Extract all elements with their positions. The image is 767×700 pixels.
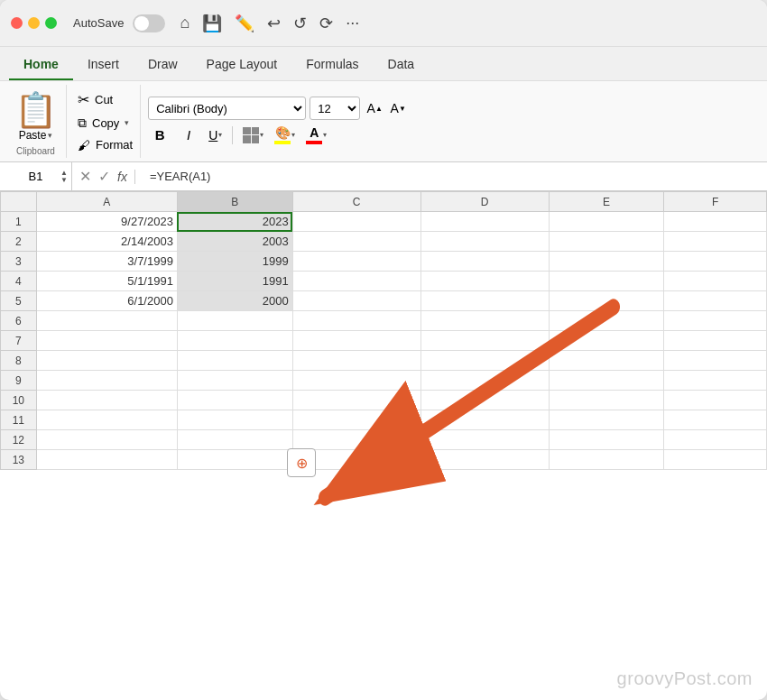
row-header-4[interactable]: 4 (1, 272, 37, 291)
cell-f4[interactable] (664, 272, 767, 291)
cell-a4[interactable]: 5/1/1991 (36, 272, 177, 291)
cell-f8[interactable] (664, 351, 767, 371)
cell-c11[interactable] (292, 410, 420, 430)
confirm-formula-icon[interactable]: ✓ (98, 168, 110, 185)
cell-a2[interactable]: 2/14/2003 (36, 232, 177, 252)
cell-d4[interactable] (420, 272, 549, 291)
cell-c7[interactable] (292, 331, 420, 351)
cell-e8[interactable] (549, 351, 664, 371)
cell-a7[interactable] (36, 331, 177, 351)
cell-b12[interactable] (177, 430, 292, 450)
cell-a9[interactable] (36, 371, 177, 391)
save-icon[interactable]: 💾 (202, 14, 222, 33)
cell-a13[interactable] (36, 450, 177, 470)
font-family-select[interactable]: Calibri (Body) (148, 97, 306, 120)
cell-f12[interactable] (664, 430, 767, 450)
tab-formulas[interactable]: Formulas (291, 51, 373, 80)
bold-button[interactable]: B (148, 124, 171, 146)
redo-icon[interactable]: ↺ (293, 14, 307, 33)
undo-icon[interactable]: ↩ (267, 14, 281, 33)
cell-d9[interactable] (420, 371, 549, 391)
cell-f1[interactable] (664, 212, 767, 232)
cell-c9[interactable] (292, 371, 420, 391)
copy-button[interactable]: ⧉ Copy ▾ (74, 114, 136, 133)
cell-e12[interactable] (549, 430, 664, 450)
cell-b13[interactable] (177, 450, 292, 470)
font-size-select[interactable]: 12 (310, 97, 360, 120)
cell-c8[interactable] (292, 351, 420, 371)
cell-reference-box[interactable]: B1 ▲ ▼ (0, 162, 72, 190)
row-header-1[interactable]: 1 (1, 212, 37, 232)
cell-c3[interactable] (292, 252, 420, 272)
col-header-a[interactable]: A (36, 192, 177, 212)
cell-e1[interactable] (549, 212, 664, 232)
cell-d13[interactable] (420, 450, 549, 470)
cell-c2[interactable] (292, 232, 420, 252)
cell-e2[interactable] (549, 232, 664, 252)
cell-f6[interactable] (664, 311, 767, 331)
cell-f3[interactable] (664, 252, 767, 272)
row-header-12[interactable]: 12 (1, 430, 37, 450)
cell-c12[interactable] (292, 430, 420, 450)
row-header-13[interactable]: 13 (1, 450, 37, 470)
cell-b2[interactable]: 2003 (177, 232, 292, 252)
cell-b8[interactable] (177, 351, 292, 371)
cell-e9[interactable] (549, 371, 664, 391)
cell-b7[interactable] (177, 331, 292, 351)
cell-e11[interactable] (549, 410, 664, 430)
row-header-5[interactable]: 5 (1, 291, 37, 311)
cell-b1[interactable]: 2023 (177, 212, 292, 232)
row-header-3[interactable]: 3 (1, 252, 37, 272)
col-header-e[interactable]: E (549, 192, 664, 212)
cell-f2[interactable] (664, 232, 767, 252)
close-button[interactable] (11, 17, 23, 29)
cell-c5[interactable] (292, 291, 420, 311)
cell-b10[interactable] (177, 391, 292, 410)
fill-color-dropdown-arrow[interactable]: ▾ (291, 131, 295, 139)
cell-e4[interactable] (549, 272, 664, 291)
underline-dropdown-arrow[interactable]: ▾ (218, 131, 222, 139)
cell-a5[interactable]: 6/1/2000 (36, 291, 177, 311)
cell-a10[interactable] (36, 391, 177, 410)
cell-f11[interactable] (664, 410, 767, 430)
cell-d12[interactable] (420, 430, 549, 450)
cell-f5[interactable] (664, 291, 767, 311)
more-icon[interactable]: ··· (346, 14, 359, 32)
cell-d7[interactable] (420, 331, 549, 351)
borders-button[interactable]: ▾ (240, 125, 266, 145)
cancel-formula-icon[interactable]: ✕ (79, 168, 91, 185)
cell-a12[interactable] (36, 430, 177, 450)
cell-b3[interactable]: 1999 (177, 252, 292, 272)
cell-c10[interactable] (292, 391, 420, 410)
cell-d8[interactable] (420, 351, 549, 371)
italic-button[interactable]: I (177, 124, 200, 146)
col-header-f[interactable]: F (664, 192, 767, 212)
maximize-button[interactable] (45, 17, 57, 29)
cell-e10[interactable] (549, 391, 664, 410)
cell-f13[interactable] (664, 450, 767, 470)
cell-b5[interactable]: 2000 (177, 291, 292, 311)
font-color-button[interactable]: A ▾ (303, 124, 329, 146)
refresh-icon[interactable]: ⟳ (319, 14, 333, 33)
col-header-d[interactable]: D (420, 192, 549, 212)
cell-b4[interactable]: 1991 (177, 272, 292, 291)
tab-insert[interactable]: Insert (73, 51, 134, 80)
row-header-10[interactable]: 10 (1, 391, 37, 410)
cell-e6[interactable] (549, 311, 664, 331)
cut-button[interactable]: ✂ Cut (74, 89, 136, 110)
cell-b9[interactable] (177, 371, 292, 391)
fill-color-button[interactable]: 🎨 ▾ (272, 124, 298, 146)
cell-c6[interactable] (292, 311, 420, 331)
format-button[interactable]: 🖌 Format (74, 136, 136, 154)
col-header-b[interactable]: B (177, 192, 292, 212)
row-header-2[interactable]: 2 (1, 232, 37, 252)
cell-f10[interactable] (664, 391, 767, 410)
copy-arrow[interactable]: ▾ (125, 118, 129, 127)
paste-dropdown-arrow[interactable]: ▾ (48, 131, 52, 140)
autofill-icon[interactable]: ⊕ (287, 448, 316, 477)
cell-e5[interactable] (549, 291, 664, 311)
tab-home[interactable]: Home (9, 51, 73, 80)
cell-a8[interactable] (36, 351, 177, 371)
home-icon[interactable]: ⌂ (180, 14, 189, 32)
cell-e7[interactable] (549, 331, 664, 351)
